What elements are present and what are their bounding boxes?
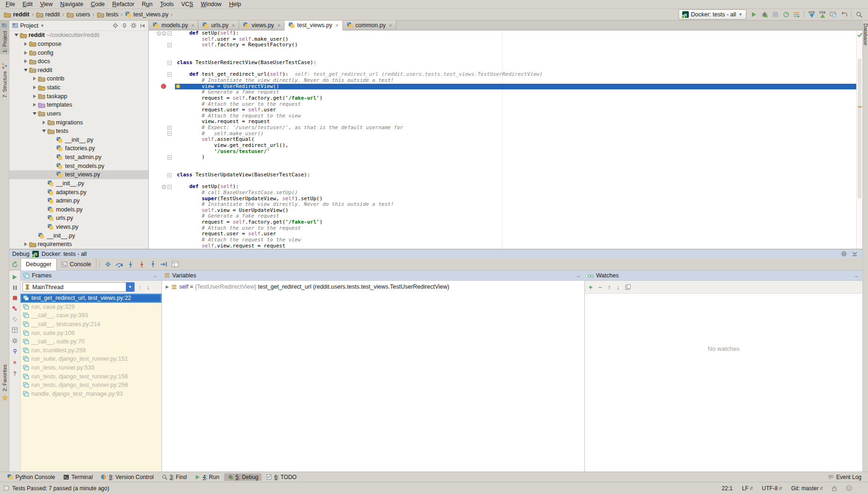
encoding-widget[interactable]: UTF-8⇵ — [762, 485, 782, 492]
stack-frame[interactable]: run_suite, django_test_runner.py:151 — [21, 355, 161, 363]
tree-item-static[interactable]: static — [9, 83, 148, 92]
copy-icon[interactable] — [625, 284, 631, 290]
code-line[interactable] — [149, 178, 856, 184]
move-watch-up-button[interactable]: ↑ — [607, 283, 611, 291]
rerun-button[interactable] — [9, 261, 21, 268]
chevron-down-icon[interactable] — [41, 130, 47, 132]
lock-icon[interactable] — [832, 486, 837, 491]
tree-item-compose[interactable]: compose — [9, 40, 148, 49]
stack-frame[interactable]: run, suite.py:108 — [21, 328, 161, 337]
editor-tab-common.py[interactable]: common.py× — [343, 21, 396, 30]
caret-position-widget[interactable]: 22:1 — [722, 485, 732, 492]
chevron-right-icon[interactable] — [22, 51, 29, 55]
override-down-icon[interactable]: ↓ — [162, 31, 166, 36]
pin-button[interactable] — [12, 349, 18, 354]
fold-marker-icon[interactable]: − — [168, 73, 172, 77]
stack-frame[interactable]: run_tests, django_test_runner.py:156 — [21, 372, 161, 381]
settings-button[interactable] — [12, 338, 18, 344]
tree-item-views.py[interactable]: views.py — [9, 223, 148, 232]
vcs-commit-button[interactable]: VCS — [817, 10, 828, 20]
menu-edit[interactable]: Edit — [19, 1, 36, 7]
locate-file-button[interactable] — [112, 22, 118, 29]
chevron-down-icon[interactable] — [22, 69, 29, 72]
breadcrumb-item[interactable]: reddit — [36, 11, 60, 18]
status-message[interactable]: Tests Passed: 7 passed (a minute ago) — [12, 485, 109, 492]
fold-marker-icon[interactable]: − — [168, 131, 172, 136]
tree-item-__init__.py[interactable]: __init__.py — [9, 136, 148, 145]
hector-icon[interactable] — [846, 485, 852, 491]
menu-help[interactable]: Help — [225, 1, 245, 7]
code-line[interactable]: −class TestUserRedirectView(BaseUserTest… — [149, 60, 856, 66]
code-line[interactable]: − # self.make_user() — [149, 131, 856, 137]
toolwindow-button-terminal[interactable]: Terminal — [60, 473, 96, 481]
toolwindow-button-python-console[interactable]: Python Console — [4, 473, 58, 481]
frame-up-icon[interactable]: ↑ — [137, 283, 143, 291]
tree-item-taskapp[interactable]: taskapp — [9, 92, 148, 101]
hide-panel-button[interactable] — [140, 23, 146, 29]
stack-frame[interactable]: run_tests, runner.py:533 — [21, 363, 161, 372]
editor-tab-views.py[interactable]: views.py× — [239, 21, 284, 30]
editor-scrollbar-thumb[interactable] — [858, 58, 861, 199]
toolwindow-button--run[interactable]: 4: Run — [191, 473, 222, 481]
vcs-update-button[interactable]: VCS — [806, 10, 817, 20]
show-execution-point-button[interactable] — [102, 260, 114, 269]
tree-item-reddit[interactable]: reddit — [9, 66, 148, 75]
tree-item-tests[interactable]: tests — [9, 127, 148, 136]
run-to-cursor-button[interactable] — [159, 260, 170, 269]
fold-marker-icon[interactable]: − — [168, 61, 172, 65]
tree-item-reddit[interactable]: reddit ~/cookiecutter/reddit — [9, 31, 148, 40]
tree-item-test_models.py[interactable]: test_models.py — [9, 161, 148, 170]
pause-button[interactable] — [12, 285, 18, 291]
tree-item-docs[interactable]: docs — [9, 57, 148, 66]
step-out-button[interactable] — [147, 260, 159, 269]
menu-refactor[interactable]: Refactor — [109, 1, 138, 7]
local-history-button[interactable] — [828, 10, 839, 20]
chevron-right-icon[interactable] — [31, 86, 38, 89]
chevron-right-icon[interactable] — [31, 103, 38, 107]
vcs-branch-widget[interactable]: Git: master⇵ — [791, 485, 823, 492]
fold-marker-icon[interactable]: − — [168, 173, 172, 177]
rollback-button[interactable] — [839, 10, 849, 20]
stack-frame[interactable]: __call__, testcases.py:214 — [21, 320, 161, 329]
tree-item-urls.py[interactable]: urls.py — [9, 214, 148, 223]
stack-frame[interactable]: __call__, case.py:393 — [21, 311, 161, 320]
tree-item-__init__.py[interactable]: __init__.py — [9, 231, 148, 240]
fold-marker-icon[interactable]: − — [168, 126, 172, 130]
tree-item-migrations[interactable]: migrations — [9, 118, 148, 127]
panel-options-icon[interactable]: → — [153, 273, 161, 278]
stack-frame[interactable]: run_tests, django_test_runner.py:256 — [21, 381, 161, 390]
variable-row[interactable]: ▶ self = {TestUserRedirectView} test_get… — [162, 281, 584, 290]
code-line[interactable]: −class TestUserUpdateView(BaseUserTestCa… — [149, 172, 856, 178]
toolwindow-button--debug[interactable]: 5: Debug — [224, 473, 262, 481]
panel-options-icon[interactable]: → — [576, 273, 584, 278]
chevron-right-icon[interactable] — [31, 77, 38, 80]
chevron-right-icon[interactable] — [22, 59, 29, 63]
stack-frame[interactable]: __call__, suite.py:70 — [21, 337, 161, 346]
stop-button[interactable] — [12, 295, 18, 301]
tree-item-test_views.py[interactable]: test_views.py — [9, 170, 148, 179]
force-step-into-button[interactable] — [136, 260, 147, 269]
fold-marker-icon[interactable]: − — [168, 155, 172, 160]
toolwindow-button--todo[interactable]: 6: TODO — [263, 473, 300, 481]
restore-layout-button[interactable] — [12, 327, 18, 333]
close-icon[interactable]: × — [388, 22, 392, 28]
coverage-button[interactable] — [770, 10, 780, 20]
toolwindow-button--find[interactable]: 3: Find — [159, 473, 190, 481]
chevron-down-icon[interactable] — [31, 112, 38, 115]
menu-tools[interactable]: Tools — [156, 1, 177, 7]
fold-marker-icon[interactable]: − — [168, 43, 172, 47]
tree-item-adapters.py[interactable]: adapters.py — [9, 188, 148, 196]
step-over-button[interactable] — [114, 260, 125, 269]
profiler-button[interactable] — [780, 10, 791, 20]
code-line[interactable]: '/users/testuser/' — [149, 149, 856, 155]
tree-item-config[interactable]: config — [9, 48, 148, 57]
chevron-right-icon[interactable] — [41, 121, 47, 124]
stack-frame[interactable]: run, case.py:329 — [21, 303, 161, 312]
breadcrumb-item[interactable]: test_views.py — [125, 11, 168, 18]
chevron-down-icon[interactable] — [13, 34, 20, 36]
fold-marker-icon[interactable]: − — [168, 185, 172, 189]
stack-frame[interactable]: test_get_redirect_url, test_views.py:22 — [21, 294, 161, 303]
breadcrumb-item[interactable]: tests — [97, 11, 118, 18]
remove-watch-button[interactable]: − — [598, 283, 602, 291]
breadcrumb-item[interactable]: reddit — [4, 11, 29, 18]
